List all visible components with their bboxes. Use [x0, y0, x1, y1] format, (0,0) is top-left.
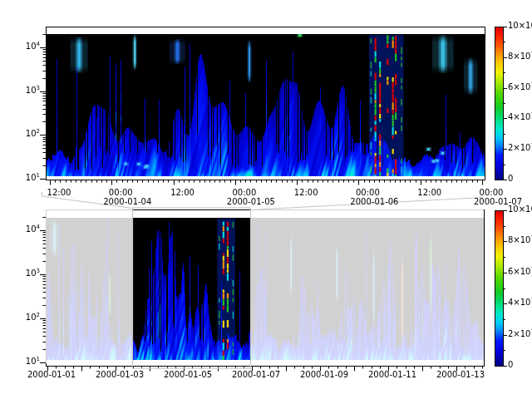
top-x-tick-date: 2000-01-06: [350, 196, 398, 207]
value: 4×10: [508, 298, 530, 307]
bottom-colorbar-label: 10×107: [508, 204, 532, 214]
bottom-x-tick-date: 2000-01-13: [436, 369, 485, 380]
top-colorbar-label: 8×107: [508, 51, 532, 62]
bottom-y-tick-label: 104: [26, 224, 40, 234]
exponent: 3: [37, 268, 40, 274]
bottom-x-tick-date: 2000-01-11: [368, 369, 416, 380]
value: 6×10: [508, 82, 530, 91]
mantissa: 10: [26, 86, 37, 95]
time-label: 12:00: [294, 188, 318, 197]
exponent: 4: [37, 41, 40, 47]
date-label: 2000-01-13: [436, 370, 485, 379]
date-label: 2000-01-11: [368, 370, 416, 379]
top-colorbar-label: 6×107: [508, 81, 532, 92]
mantissa: 10: [26, 129, 37, 138]
top-x-tick-time: 12:00: [47, 187, 71, 198]
mantissa: 10: [26, 268, 37, 278]
date-label: 2000-01-01: [27, 370, 76, 379]
value: 10×10: [508, 21, 532, 30]
date-label: 2000-01-07: [232, 370, 280, 379]
exponent: 3: [37, 84, 40, 91]
bottom-colorbar-label: 2×107: [508, 328, 532, 339]
bottom-x-tick-date: 2000-01-05: [164, 369, 212, 380]
top-colorbar-label: 4×107: [508, 111, 532, 122]
date-label: 2000-01-03: [96, 370, 144, 379]
top-x-tick-time: 12:00: [294, 187, 318, 198]
bottom-y-tick-label: 102: [26, 312, 40, 323]
top-y-tick-label: 102: [26, 128, 40, 139]
mantissa: 10: [26, 224, 37, 234]
exponent: 1: [37, 356, 40, 362]
bottom-colorbar-label: 6×107: [508, 266, 532, 277]
date-label: 2000-01-05: [164, 370, 212, 379]
bottom-colorbar-label: 0: [508, 359, 513, 370]
value: 6×10: [508, 267, 530, 276]
mantissa: 10: [26, 357, 37, 366]
top-x-tick-date: 2000-01-04: [103, 196, 151, 207]
top-colorbar-label: 10×107: [508, 20, 532, 31]
top-colorbar-label: 0: [508, 173, 513, 184]
date-label: 2000-01-05: [227, 197, 275, 206]
value: 8×10: [508, 235, 530, 244]
top-y-tick-label: 103: [26, 85, 40, 96]
bottom-x-tick-date: 2000-01-09: [300, 369, 348, 380]
date-label: 2000-01-09: [300, 370, 348, 379]
bottom-colorbar-label: 8×107: [508, 234, 532, 245]
value: 8×10: [508, 52, 530, 61]
bottom-x-tick-date: 2000-01-01: [27, 369, 76, 380]
exponent: 2: [37, 312, 40, 318]
bottom-colorbar-label: 4×107: [508, 297, 532, 308]
value: 10×10: [508, 204, 532, 214]
top-x-tick-time: 12:00: [170, 187, 195, 198]
time-label: 12:00: [417, 188, 441, 197]
bottom-x-tick-date: 2000-01-07: [232, 369, 280, 380]
top-x-tick-time: 12:00: [417, 187, 441, 198]
time-label: 12:00: [170, 188, 195, 197]
mantissa: 10: [26, 42, 37, 51]
top-y-tick-label: 104: [26, 41, 40, 52]
top-x-tick-date: 2000-01-05: [227, 196, 275, 207]
bottom-x-tick-date: 2000-01-03: [96, 369, 144, 380]
top-y-tick-label: 101: [26, 172, 40, 183]
exponent: 4: [37, 224, 40, 230]
exponent: 2: [37, 128, 40, 135]
time-label: 12:00: [47, 188, 71, 197]
bottom-y-tick-label: 103: [26, 268, 40, 278]
value: 2×10: [508, 143, 530, 152]
value: 4×10: [508, 112, 530, 121]
plot-window: 12:0000:002000-01-0412:0000:002000-01-05…: [0, 0, 532, 399]
value: 0: [508, 174, 513, 183]
date-label: 2000-01-06: [350, 197, 398, 206]
exponent: 1: [37, 172, 40, 179]
mantissa: 10: [26, 173, 37, 182]
top-colorbar-label: 2×107: [508, 142, 532, 153]
date-label: 2000-01-04: [103, 197, 151, 206]
value: 0: [508, 360, 513, 369]
value: 2×10: [508, 329, 530, 338]
bottom-y-tick-label: 101: [26, 356, 40, 367]
mantissa: 10: [26, 313, 37, 322]
